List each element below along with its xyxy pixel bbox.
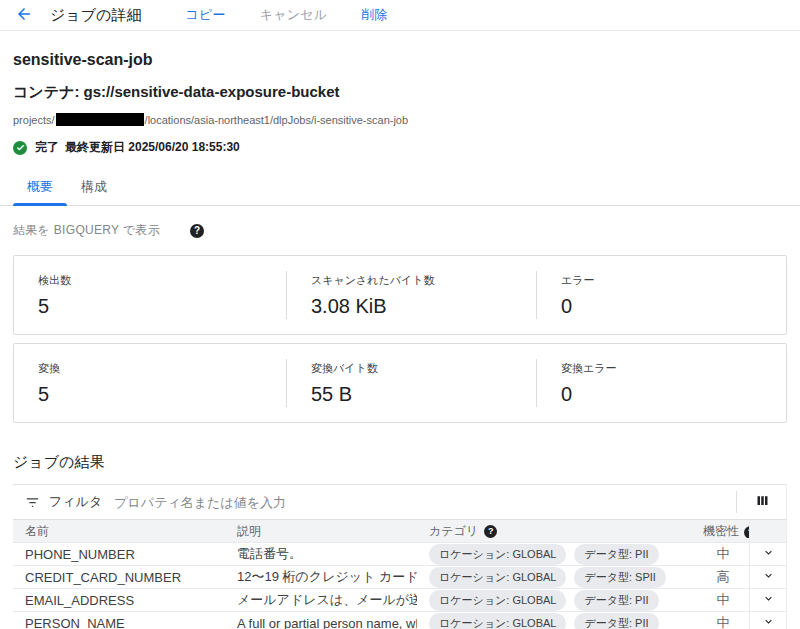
- job-name: sensitive-scan-job: [13, 51, 787, 69]
- metric-transformations: 変換 5: [14, 359, 286, 407]
- chevron-down-icon: [762, 615, 775, 629]
- column-header-description[interactable]: 説明: [225, 523, 417, 540]
- check-circle-icon: [13, 141, 27, 155]
- metric-label: 変換エラー: [561, 361, 786, 376]
- table-row: PHONE_NUMBER 電話番号。 ロケーション: GLOBALデータ型: P…: [13, 542, 786, 565]
- back-button[interactable]: [14, 5, 34, 25]
- columns-icon: [755, 493, 770, 511]
- column-header-sensitivity-label: 機密性: [703, 523, 739, 540]
- infotype-categories: ロケーション: GLOBALデータ型: PII: [417, 613, 691, 629]
- back-arrow-icon: [15, 5, 33, 26]
- table-row: PERSON_NAME A full or partial person nam…: [13, 611, 786, 629]
- status-badge: 完了: [35, 139, 59, 156]
- row-expand-cell: [749, 543, 786, 565]
- resource-path-suffix: /locations/asia-northeast1/dlpJobs/i-sen…: [145, 114, 409, 126]
- metric-value: 0: [561, 295, 786, 318]
- metric-value: 55 B: [311, 383, 536, 406]
- infotype-sensitivity: 中: [691, 591, 749, 609]
- category-chip: データ型: SPII: [574, 567, 665, 588]
- table-header-row: 名前 説明 カテゴリ 機密性: [13, 519, 786, 542]
- bigquery-row: 結果を BIGQUERY で表示: [13, 222, 787, 239]
- metric-value: 5: [38, 295, 286, 318]
- filter-input[interactable]: [114, 495, 726, 510]
- infotype-description: A full or partial person name, which can…: [225, 616, 417, 629]
- infotype-name: CREDIT_CARD_NUMBER: [13, 570, 225, 585]
- expand-row-button[interactable]: [750, 612, 786, 629]
- appbar: ジョブの詳細 コピー キャンセル 削除: [0, 0, 800, 31]
- expand-row-button[interactable]: [750, 566, 786, 588]
- tab-overview[interactable]: 概要: [13, 170, 67, 205]
- column-display-options-button[interactable]: [747, 491, 778, 513]
- metric-value: 3.08 KiB: [311, 295, 536, 318]
- delete-button[interactable]: 削除: [361, 6, 387, 24]
- row-expand-cell: [749, 566, 786, 588]
- infotype-name: EMAIL_ADDRESS: [13, 593, 225, 608]
- infotype-sensitivity: 中: [691, 545, 749, 563]
- expand-row-button[interactable]: [750, 589, 786, 611]
- category-chip: ロケーション: GLOBAL: [429, 544, 566, 565]
- metric-errors: エラー 0: [536, 271, 786, 319]
- filter-toolbar: フィルタ: [13, 485, 786, 519]
- container-value: gs://sensitive-data-exposure-bucket: [84, 83, 340, 100]
- tab-bar: 概要 構成: [0, 170, 800, 206]
- appbar-actions: コピー キャンセル 削除: [185, 6, 387, 24]
- results-table-body: PHONE_NUMBER 電話番号。 ロケーション: GLOBALデータ型: P…: [13, 542, 786, 629]
- category-chip: ロケーション: GLOBAL: [429, 613, 566, 629]
- transformations-summary-card: 変換 5 変換バイト数 55 B 変換エラー 0: [13, 343, 787, 423]
- metric-transformation-errors: 変換エラー 0: [536, 359, 786, 407]
- last-updated: 最終更新日 2025/06/20 18:55:30: [65, 139, 240, 156]
- category-chip: ロケーション: GLOBAL: [429, 590, 566, 611]
- infotype-description: メールアドレスは、メールが送受信される…: [225, 591, 417, 609]
- column-header-name[interactable]: 名前: [13, 523, 225, 540]
- chevron-down-icon: [762, 546, 775, 562]
- infotype-sensitivity: 中: [691, 614, 749, 629]
- table-row: CREDIT_CARD_NUMBER 12〜19 桁のクレジット カード番号です…: [13, 565, 786, 588]
- infotype-name: PERSON_NAME: [13, 616, 225, 629]
- divider: [736, 491, 737, 513]
- metric-value: 5: [38, 383, 286, 406]
- results-table-block: フィルタ 名前 説明 カテゴリ 機密性 PHONE_: [13, 484, 787, 629]
- infotype-sensitivity: 高: [691, 568, 749, 586]
- column-header-category[interactable]: カテゴリ: [417, 523, 691, 540]
- column-header-category-label: カテゴリ: [429, 523, 478, 540]
- category-chip: データ型: PII: [574, 544, 658, 565]
- expand-row-button[interactable]: [750, 543, 786, 565]
- table-row: EMAIL_ADDRESS メールアドレスは、メールが送受信される… ロケーショ…: [13, 588, 786, 611]
- metric-value: 0: [561, 383, 786, 406]
- category-help-icon[interactable]: [484, 525, 497, 538]
- infotype-categories: ロケーション: GLOBALデータ型: PII: [417, 544, 691, 565]
- findings-summary-card: 検出数 5 スキャンされたバイト数 3.08 KiB エラー 0: [13, 255, 787, 335]
- resource-path-prefix: projects/: [13, 114, 55, 126]
- category-chip: データ型: PII: [574, 590, 658, 611]
- infotype-description: 電話番号。: [225, 545, 417, 563]
- row-expand-cell: [749, 589, 786, 611]
- chevron-down-icon: [762, 592, 775, 608]
- row-expand-cell: [749, 612, 786, 629]
- container-line: コンテナ: gs://sensitive-data-exposure-bucke…: [13, 83, 787, 102]
- metric-label: 変換バイト数: [311, 361, 536, 376]
- metric-findings: 検出数 5: [14, 271, 286, 319]
- chevron-down-icon: [762, 569, 775, 585]
- resource-path: projects//locations/asia-northeast1/dlpJ…: [13, 113, 787, 126]
- filter-icon: [25, 495, 40, 510]
- job-results-title: ジョブの結果: [13, 453, 787, 472]
- infotype-description: 12〜19 桁のクレジット カード番号です。世…: [225, 568, 417, 586]
- container-label: コンテナ:: [13, 83, 79, 100]
- cancel-button[interactable]: キャンセル: [260, 6, 328, 24]
- infotype-name: PHONE_NUMBER: [13, 547, 225, 562]
- metric-label: エラー: [561, 273, 786, 288]
- metric-transformed-bytes: 変換バイト数 55 B: [286, 359, 536, 407]
- status-line: 完了 最終更新日 2025/06/20 18:55:30: [13, 139, 787, 156]
- infotype-categories: ロケーション: GLOBALデータ型: PII: [417, 590, 691, 611]
- category-chip: ロケーション: GLOBAL: [429, 567, 566, 588]
- tab-configuration[interactable]: 構成: [67, 170, 121, 205]
- column-header-expand: [749, 520, 786, 542]
- infotype-categories: ロケーション: GLOBALデータ型: SPII: [417, 567, 691, 588]
- category-chip: データ型: PII: [574, 613, 658, 629]
- metric-label: スキャンされたバイト数: [311, 273, 536, 288]
- column-header-sensitivity[interactable]: 機密性: [691, 523, 749, 540]
- view-results-in-bigquery-link[interactable]: 結果を BIGQUERY で表示: [13, 222, 160, 239]
- filter-label[interactable]: フィルタ: [49, 493, 102, 511]
- help-icon[interactable]: [190, 224, 204, 238]
- copy-button[interactable]: コピー: [185, 6, 225, 24]
